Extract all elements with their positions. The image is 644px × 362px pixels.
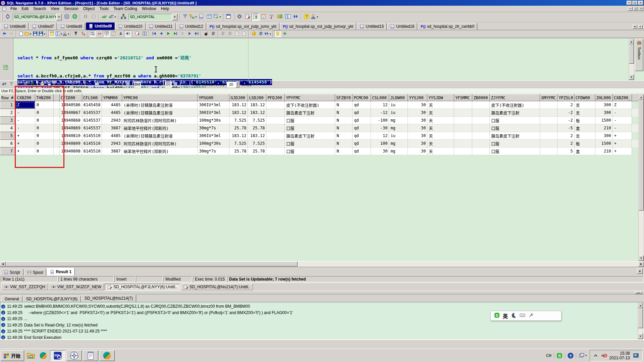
cell-cxbz00_-r2[interactable]: - bbox=[612, 109, 632, 117]
cell-jldw00-r3[interactable]: mg bbox=[389, 117, 408, 124]
stop-script-button[interactable] bbox=[179, 31, 186, 37]
column-header-cflsh0[interactable]: CFLSH0 bbox=[82, 95, 102, 101]
sql-tracker-button[interactable]: SQL bbox=[268, 13, 276, 21]
session-tab-sd-hospital-his214-7-untitl-[interactable]: SD_HOSPITAL@his214(7):Untitl.. bbox=[181, 284, 253, 290]
column-header-zhl000[interactable]: ZHL000 bbox=[595, 95, 612, 101]
quicklaunch-sogou-button[interactable] bbox=[38, 350, 49, 361]
cell-zb0000-r2[interactable] bbox=[472, 109, 490, 117]
cell-cfid00-r5[interactable]: 14940810 bbox=[60, 132, 82, 140]
cell-gjdj00-r2[interactable]: 183.12 bbox=[229, 109, 248, 117]
cell-zhl000-r5[interactable]: 300 bbox=[595, 132, 612, 140]
delete-record-button[interactable] bbox=[100, 81, 107, 88]
scroll-down-arrow[interactable]: ▼ bbox=[629, 74, 634, 80]
cell-xmyfmc-r1[interactable] bbox=[540, 101, 557, 109]
cell-cfid00-r3[interactable]: 14940868 bbox=[60, 117, 82, 124]
cell-pfdj00-r4[interactable] bbox=[266, 124, 285, 132]
cell--r7[interactable] bbox=[54, 147, 60, 155]
cell-ypnm00-r3[interactable]: 2943 bbox=[102, 117, 122, 124]
script-output-button[interactable] bbox=[257, 31, 264, 37]
count-rows-button[interactable]: #? bbox=[1, 81, 8, 88]
cell-cfdw00-r5[interactable]: 支 bbox=[574, 132, 595, 140]
cell-cfid00-r2[interactable]: 14940867 bbox=[60, 109, 82, 117]
menu-object[interactable]: Object bbox=[81, 6, 97, 12]
row-height-button[interactable] bbox=[181, 81, 189, 88]
cell-ypyfmc-r6[interactable]: 口服 bbox=[285, 140, 335, 147]
copy-statement-button[interactable] bbox=[134, 31, 141, 37]
quicklaunch-folder-button[interactable] bbox=[25, 350, 37, 361]
cell-zb0000-r4[interactable] bbox=[472, 124, 490, 132]
describe-table-button[interactable] bbox=[110, 31, 117, 37]
log-vertical-scrollbar[interactable]: ▲ ▼ bbox=[638, 302, 643, 339]
column-header-ypmc00[interactable]: YPMC00 bbox=[122, 95, 198, 101]
column-header-ypzsl0[interactable]: YPZSL0 bbox=[557, 95, 574, 101]
commit-button[interactable] bbox=[100, 13, 108, 21]
session-browser-button[interactable] bbox=[63, 13, 71, 21]
close-result-button[interactable]: × bbox=[637, 268, 643, 274]
cell-zjyfmc-r4[interactable]: 口服 bbox=[490, 124, 540, 132]
explain-plan-button[interactable] bbox=[210, 31, 217, 37]
sort-objects-button[interactable] bbox=[181, 13, 189, 21]
export-table-button[interactable]: ▼ bbox=[213, 13, 221, 21]
cell-thbz00-r4[interactable]: 0 bbox=[35, 124, 54, 132]
tab-list-button[interactable]: ≡ bbox=[633, 25, 637, 29]
single-record-view-button[interactable] bbox=[124, 81, 131, 88]
window-switch-tray-icon[interactable]: ▼ bbox=[579, 353, 587, 359]
insert-row-grid-button[interactable] bbox=[93, 81, 100, 88]
column-header-thbz00[interactable]: THBZ00 bbox=[35, 95, 54, 101]
keyboard-icon[interactable] bbox=[520, 312, 525, 319]
new-document-button[interactable] bbox=[17, 31, 24, 37]
column-header-cxbz00_[interactable]: CXBZ00_ bbox=[612, 95, 632, 101]
row-number-cell[interactable]: 1 bbox=[0, 101, 16, 109]
clock[interactable]: 15:38 2021-07-13 bbox=[609, 351, 630, 360]
cell-gjdj00-r4[interactable]: 25.78 bbox=[229, 124, 248, 132]
column-header-yfsmmc[interactable]: YFSMMC bbox=[454, 95, 472, 101]
fast-navigation-button[interactable] bbox=[292, 13, 300, 21]
cell-pfdj00-r3[interactable] bbox=[266, 117, 285, 124]
cell-ypzsl0-r6[interactable]: 2 bbox=[557, 140, 574, 147]
substitution-variables-button[interactable]: #? bbox=[96, 31, 103, 37]
execute-refresh-button[interactable]: ▼ bbox=[108, 13, 116, 21]
doc-tab-untitled8[interactable]: SQLUntitled8 bbox=[57, 23, 85, 30]
doc-tab-untitled9[interactable]: SQLUntitled9 bbox=[86, 22, 115, 30]
cell-gjdj00-r6[interactable]: 7.525 bbox=[229, 140, 248, 147]
cell--r6[interactable] bbox=[54, 140, 60, 147]
result-tab-spool[interactable]: Spool bbox=[24, 269, 47, 276]
cell-ypnm00-r5[interactable]: 4485 bbox=[102, 132, 122, 140]
start-button[interactable]: 开始 bbox=[1, 350, 24, 361]
cell-xmyfmc-r4[interactable] bbox=[540, 124, 557, 132]
pause-execution-button[interactable] bbox=[82, 13, 90, 21]
maximize-button[interactable]: □ bbox=[632, 1, 638, 5]
close-button[interactable]: × bbox=[638, 1, 643, 5]
cell-yysj00-r5[interactable]: 30 bbox=[408, 132, 427, 140]
cell-zjyfmc-r2[interactable]: 胰岛素皮下注射 bbox=[490, 109, 540, 117]
row-number-cell[interactable]: 6 bbox=[0, 140, 16, 147]
column-header-row#[interactable]: Row # bbox=[0, 95, 16, 101]
web-update-button[interactable] bbox=[71, 13, 79, 21]
cell-jldw00-r5[interactable]: iu bbox=[389, 132, 408, 140]
cell-jldw00-r1[interactable]: iu bbox=[389, 101, 408, 109]
help-button[interactable]: ? bbox=[303, 13, 311, 21]
moon-icon[interactable] bbox=[511, 312, 517, 319]
cell-thbz00-r6[interactable]: 0 bbox=[35, 140, 54, 147]
cell-cxbz00-r3[interactable]: - bbox=[16, 117, 35, 124]
cell-ypyfmc-r4[interactable]: 口服 bbox=[285, 124, 335, 132]
cell-cxbz00-r6[interactable]: + bbox=[16, 140, 35, 147]
cell-ypgg00-r4[interactable]: 30mg*7s bbox=[198, 124, 229, 132]
compare-objects-button[interactable]: 12 bbox=[276, 13, 284, 21]
column-header-blank[interactable] bbox=[54, 95, 60, 101]
menu-session[interactable]: Session bbox=[62, 6, 81, 12]
cell-pcmc00-r3[interactable]: qd bbox=[353, 117, 371, 124]
toolbox-side-tab[interactable]: Toolbox bbox=[635, 39, 643, 71]
cell-yfsmmc-r1[interactable] bbox=[454, 101, 472, 109]
session-combo-dropdown-button[interactable]: ▼ bbox=[56, 14, 62, 20]
cell-pcmc00-r2[interactable]: qd bbox=[353, 109, 371, 117]
show-hidden-icons-chevron[interactable] bbox=[593, 353, 599, 359]
grid-view-button[interactable] bbox=[165, 81, 172, 88]
doc-tab-untitled15[interactable]: SQLUntitled15 bbox=[357, 23, 387, 30]
panel-splitter[interactable]: ▲▼ bbox=[0, 291, 644, 294]
cell-csl000-r4[interactable]: -30 bbox=[371, 124, 389, 132]
sort-name-data-button[interactable]: N&D bbox=[155, 81, 162, 88]
schema-combo[interactable]: SD_HOSPITAL▼ bbox=[128, 14, 177, 20]
collapse-panel-button[interactable]: ▲▼ bbox=[635, 292, 642, 294]
cell-ypnm00-r7[interactable]: 3887 bbox=[102, 147, 122, 155]
